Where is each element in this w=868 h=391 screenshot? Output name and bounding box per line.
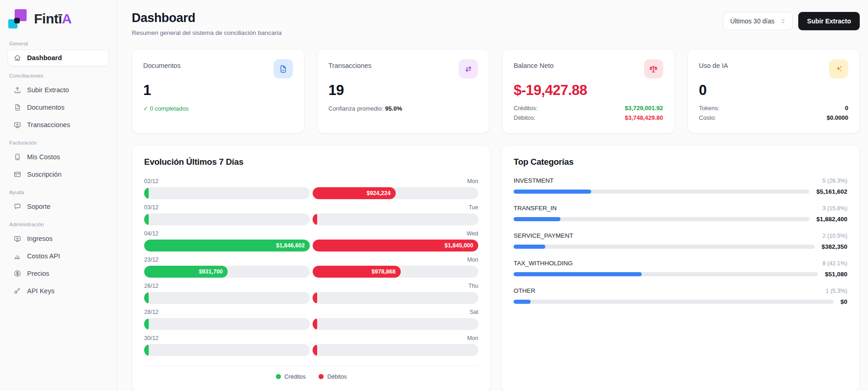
category-amount: $1,882,400: [816, 216, 847, 223]
category-bar: [514, 245, 545, 249]
chart-row-date: 28/12: [144, 309, 158, 315]
bar-chart-icon: [13, 252, 22, 260]
chart-row-day: Mon: [467, 257, 478, 263]
category-bar: [514, 300, 531, 304]
sidebar-section: Administración Ingresos Costos API: [7, 222, 109, 299]
stat-row-label: Débitos:: [514, 113, 536, 123]
category-bar-track: [514, 300, 834, 304]
category-row: INVESTMENT 5 (26.3%) $5,161,602: [514, 177, 847, 195]
sidebar-section-items: Subir Extracto Documentos Transacciones: [7, 82, 109, 133]
file-icon: [278, 64, 288, 74]
upload-statement-button[interactable]: Subir Extracto: [798, 12, 860, 30]
credit-card-icon: [13, 170, 22, 179]
category-amount: $5,161,602: [816, 188, 847, 195]
stat-card-value: $-19,427.88: [514, 82, 663, 99]
sidebar-section-label: Facturación: [9, 140, 107, 145]
sidebar-item[interactable]: Costos API: [7, 248, 109, 264]
credit-bar-label: $931,700: [199, 268, 228, 275]
chart-row: 30/12 Mon: [144, 335, 478, 356]
category-name: TRANSFER_IN: [514, 205, 557, 212]
sidebar-item[interactable]: Ingresos: [7, 230, 109, 247]
stat-card-note: Confianza promedio: 95.0%: [329, 105, 478, 112]
credit-bar: [144, 292, 149, 304]
sidebar-item[interactable]: Dashboard: [7, 50, 109, 66]
app: FintīA General Dashboard: [0, 0, 868, 391]
sidebar-item[interactable]: Mis Costos: [7, 149, 109, 165]
stat-row-value: $0.0000: [827, 113, 848, 123]
category-bar: [514, 190, 591, 194]
chart-row-day: Sat: [470, 309, 478, 315]
stat-card-icon-box: [644, 59, 663, 78]
stat-card-rows: Créditos: $3,729,001.92 Débitos: $3,748,…: [514, 104, 663, 123]
category-name: INVESTMENT: [514, 177, 554, 184]
legend-label: Débitos: [327, 374, 347, 380]
category-count: 3 (15.8%): [823, 205, 847, 212]
evolution-chart-title: Evolución Últimos 7 Días: [144, 157, 478, 167]
sidebar-item[interactable]: Soporte: [7, 198, 109, 215]
sidebar-section-label: General: [9, 41, 107, 46]
sidebar-item[interactable]: API Keys: [7, 283, 109, 299]
sidebar-item-label: Suscripción: [27, 171, 62, 178]
swap-icon: [464, 64, 473, 74]
debit-bar: $924,224: [313, 187, 396, 199]
header-controls: Últimos 30 días Subir Extracto: [723, 12, 860, 30]
debit-bar-track: [313, 292, 478, 304]
debit-bar-track: $978,868: [313, 266, 478, 278]
chart-row: 02/12 Mon $924,224: [144, 178, 478, 199]
scale-icon: [649, 64, 658, 74]
sidebar-item[interactable]: Suscripción: [7, 166, 109, 183]
category-row: TAX_WITHHOLDING 8 (42.1%) $51,080: [514, 260, 847, 278]
main-content: Dashboard Resumen general del sistema de…: [117, 0, 868, 391]
credit-bar: [144, 344, 149, 356]
stat-card-row: Costo: $0.0000: [699, 113, 849, 123]
debit-bar: [313, 318, 317, 330]
chart-row-date: 23/12: [144, 257, 158, 263]
stat-card: Documentos 1 ✓ 0 completados: [132, 49, 304, 134]
sidebar-section-label: Administración: [9, 222, 107, 227]
chart-row: 28/12 Sat: [144, 309, 478, 330]
category-row: SERVICE_PAYMENT 2 (10.5%) $382,350: [514, 232, 847, 250]
stat-card-title: Uso de IA: [699, 59, 728, 69]
page-title: Dashboard: [132, 11, 281, 25]
sidebar-item-label: API Keys: [27, 287, 55, 295]
sidebar-section: General Dashboard: [7, 41, 109, 66]
category-bar: [514, 272, 642, 276]
category-bar-track: [514, 272, 818, 276]
stat-row-value: $3,729,001.92: [625, 104, 663, 113]
page-header: Dashboard Resumen general del sistema de…: [132, 11, 860, 36]
sidebar-section-label: Ayuda: [9, 190, 107, 195]
stat-card: Uso de IA 0 Tokens: 0: [688, 49, 860, 134]
credit-bar: $1,846,602: [144, 240, 310, 251]
category-list: INVESTMENT 5 (26.3%) $5,161,602: [514, 177, 847, 305]
receipt-icon: [13, 153, 22, 161]
credit-bar-track: $1,846,602: [144, 240, 310, 251]
sidebar-item-label: Costos API: [27, 252, 60, 260]
stat-card: Balance Neto $-19,427.88 Créditos: $3,72…: [502, 49, 675, 134]
sidebar-item[interactable]: Documentos: [7, 99, 109, 116]
category-amount: $51,080: [825, 271, 847, 278]
sidebar-item[interactable]: Subir Extracto: [7, 82, 109, 98]
sidebar-item-label: Precios: [27, 270, 49, 277]
debit-bar: [313, 292, 317, 304]
sidebar-item-label: Subir Extracto: [27, 86, 69, 94]
credit-bar-track: [144, 318, 310, 330]
debit-bar-track: [313, 344, 478, 356]
sidebar-item[interactable]: Transacciones: [7, 117, 109, 133]
dollar-icon: [13, 269, 22, 278]
credit-bar: [144, 318, 149, 330]
sidebar-item[interactable]: Precios: [7, 265, 109, 282]
chart-row-day: Wed: [467, 230, 478, 237]
sidebar-nav: General Dashboard Conciliaciones: [7, 41, 109, 299]
category-count: 1 (5.3%): [826, 288, 847, 294]
stat-row-label: Créditos:: [514, 104, 538, 113]
credit-bar-track: [144, 187, 310, 199]
date-range-select[interactable]: Últimos 30 días: [723, 12, 793, 30]
category-name: OTHER: [514, 287, 535, 294]
legend-dot: [276, 374, 281, 379]
debit-bar: $978,868: [313, 266, 401, 278]
stats-row: Documentos 1 ✓ 0 completados Transaccion…: [132, 49, 860, 134]
chart-row: 26/12 Thu: [144, 283, 478, 304]
chart-row-date: 02/12: [144, 178, 158, 184]
panels-row: Evolución Últimos 7 Días 02/12 Mon: [132, 145, 860, 391]
sidebar-section-items: Soporte: [7, 198, 109, 215]
